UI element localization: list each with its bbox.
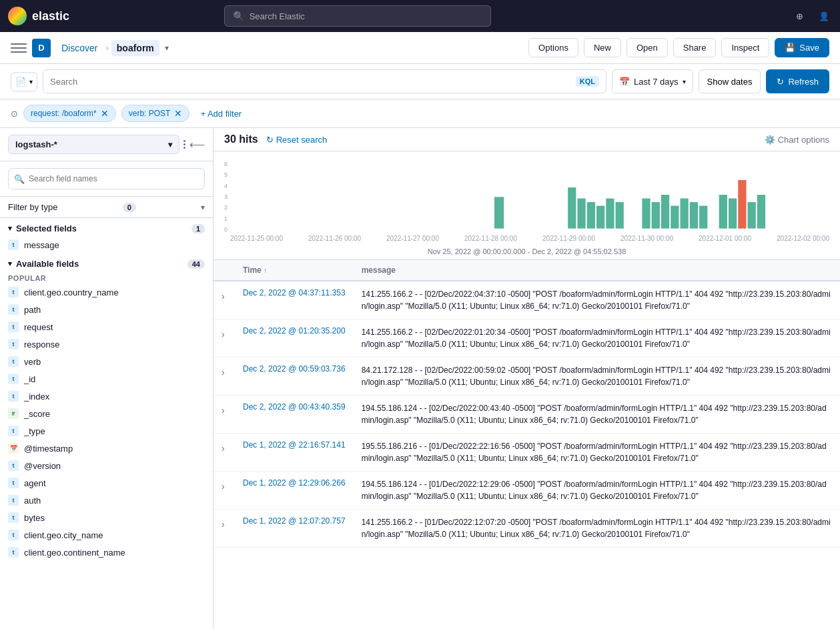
field-item-continent[interactable]: t client.geo.continent_name [0, 544, 213, 561]
search-fields-input-wrap[interactable]: 🔍 [8, 168, 205, 189]
available-fields-count: 44 [187, 259, 205, 269]
inspect-button[interactable]: Inspect [721, 38, 769, 57]
row-expand-button[interactable]: › [219, 364, 228, 380]
field-item-auth[interactable]: t auth [0, 492, 213, 509]
row-expand-button[interactable]: › [219, 440, 228, 456]
svg-rect-10 [671, 206, 679, 229]
field-item-message[interactable]: t message [0, 236, 213, 253]
field-item-agent[interactable]: t agent [0, 474, 213, 492]
refresh-icon: ↻ [777, 77, 784, 87]
svg-rect-11 [681, 199, 689, 229]
row-expand-button[interactable]: › [219, 326, 228, 342]
time-cell: Dec 1, 2022 @ 12:07:20.757 [235, 510, 354, 548]
search-input[interactable] [50, 77, 570, 87]
message-cell: 141.255.166.2 - - [01/Dec/2022:12:07:20 … [354, 510, 840, 548]
row-expand-button[interactable]: › [219, 516, 228, 532]
table-row: › Dec 2, 2022 @ 04:37:11.353 141.255.166… [214, 281, 840, 320]
open-button[interactable]: Open [626, 38, 668, 57]
time-cell: Dec 1, 2022 @ 12:29:06.266 [235, 472, 354, 510]
svg-rect-17 [748, 202, 756, 229]
breadcrumb-boaform[interactable]: boaform [111, 40, 159, 56]
breadcrumb-actions: Options New Open Share Inspect 💾 Save [528, 38, 829, 57]
selected-fields-label: ▾ Selected fields [8, 223, 77, 233]
available-fields-section-header[interactable]: ▾ Available fields 44 [0, 253, 213, 271]
filter-chip-request[interactable]: request: /boaform* ✕ [23, 105, 116, 122]
global-search-bar[interactable]: 🔍 [224, 5, 491, 27]
field-item-version[interactable]: t @version [0, 457, 213, 474]
share-button[interactable]: Share [673, 38, 717, 57]
save-button[interactable]: 💾 Save [775, 38, 829, 57]
table-col-time[interactable]: Time ↑ [235, 260, 354, 281]
chart-y-label: 6 [224, 161, 228, 167]
field-item-verb[interactable]: t verb [0, 353, 213, 370]
filter-chip-verb[interactable]: verb: POST ✕ [121, 105, 190, 122]
table-col-message[interactable]: message [354, 260, 840, 281]
nav-icons: ⊕ 👤 [792, 8, 832, 24]
elastic-logo-text: elastic [32, 9, 69, 23]
svg-rect-9 [661, 195, 669, 229]
filter-by-type-section[interactable]: Filter by type 0 ▾ [0, 197, 213, 218]
field-item-request[interactable]: t request [0, 318, 213, 336]
index-pattern-button[interactable]: logstash-* ▾ [8, 135, 179, 154]
user-icon[interactable]: 👤 [816, 8, 832, 24]
collapse-sidebar-icon[interactable]: ⟵ [189, 138, 205, 151]
index-more-options[interactable] [183, 140, 185, 149]
chart-label: 2022-12-02 00:00 [777, 235, 829, 242]
date-picker[interactable]: 📅 Last 7 days ▾ [612, 69, 693, 93]
table-row: › Dec 2, 2022 @ 01:20:35.200 141.255.166… [214, 320, 840, 358]
field-type-cal: 📅 [8, 443, 19, 454]
field-item-id[interactable]: t _id [0, 370, 213, 388]
search-fields-input[interactable] [29, 174, 199, 183]
histogram-chart [230, 158, 829, 231]
selected-fields-section-header[interactable]: ▾ Selected fields 1 [0, 218, 213, 236]
field-type-t: t [8, 287, 19, 297]
field-item-city[interactable]: t client.geo.city_name [0, 526, 213, 544]
breadcrumb-chevron-icon[interactable]: ▾ [162, 41, 171, 55]
new-button[interactable]: New [584, 38, 621, 57]
svg-rect-13 [699, 206, 707, 229]
search-input-wrap[interactable]: KQL [43, 69, 606, 93]
breadcrumb-discover[interactable]: Discover [56, 40, 103, 56]
index-selector: logstash-* ▾ ⟵ [0, 128, 213, 161]
table-row: › Dec 1, 2022 @ 22:16:57.141 195.55.186.… [214, 434, 840, 472]
refresh-button[interactable]: ↻ Refresh [766, 69, 829, 93]
filter-chip-close[interactable]: ✕ [101, 108, 109, 119]
selected-fields-count: 1 [191, 224, 205, 233]
chart-y-label: 1 [224, 215, 228, 222]
message-cell: 141.255.166.2 - - [02/Dec/2022:04:37:10 … [354, 281, 840, 320]
chart-label: 2022-11-29 00:00 [542, 235, 595, 242]
fields-list: ▾ Selected fields 1 t message ▾ Availabl… [0, 218, 213, 629]
chart-label: 2022-12-01 00:00 [699, 235, 751, 242]
add-filter-button[interactable]: + Add filter [195, 106, 247, 121]
search-fields-section: 🔍 [0, 161, 213, 197]
elastic-logo[interactable]: elastic [8, 7, 69, 25]
field-item-bytes[interactable]: t bytes [0, 509, 213, 526]
chart-options-button[interactable]: ⚙️ Chart options [765, 135, 829, 145]
table-row: › Dec 2, 2022 @ 00:59:03.736 84.21.172.1… [214, 358, 840, 396]
row-expand-button[interactable]: › [219, 288, 228, 304]
field-item-path[interactable]: t path [0, 301, 213, 318]
field-item-index[interactable]: t _index [0, 388, 213, 405]
filter-chip-close[interactable]: ✕ [174, 108, 182, 119]
message-cell: 195.55.186.216 - - [01/Dec/2022:22:16:56… [354, 434, 840, 472]
time-cell: Dec 2, 2022 @ 04:37:11.353 [235, 281, 354, 320]
svg-rect-14 [719, 195, 727, 229]
options-button[interactable]: Options [528, 38, 578, 57]
query-mode-button[interactable]: 📄 ▾ [11, 72, 37, 91]
help-icon[interactable]: ⊕ [792, 8, 808, 24]
field-item-type[interactable]: t _type [0, 422, 213, 440]
kql-badge[interactable]: KQL [576, 76, 599, 87]
field-item-country[interactable]: t client.geo.country_name [0, 283, 213, 301]
filter-options-icon[interactable]: ⊙ [11, 109, 18, 119]
row-expand-button[interactable]: › [219, 478, 228, 494]
reset-search-button[interactable]: ↻ Reset search [266, 135, 328, 145]
field-item-timestamp[interactable]: 📅 @timestamp [0, 440, 213, 457]
field-item-score[interactable]: # _score [0, 405, 213, 422]
row-expand-button[interactable]: › [219, 402, 228, 418]
time-cell: Dec 1, 2022 @ 22:16:57.141 [235, 434, 354, 472]
field-item-response[interactable]: t response [0, 336, 213, 353]
field-type-t: t [8, 391, 19, 402]
global-search-input[interactable] [250, 11, 482, 21]
hamburger-menu[interactable] [11, 40, 27, 56]
show-dates-button[interactable]: Show dates [699, 69, 761, 93]
